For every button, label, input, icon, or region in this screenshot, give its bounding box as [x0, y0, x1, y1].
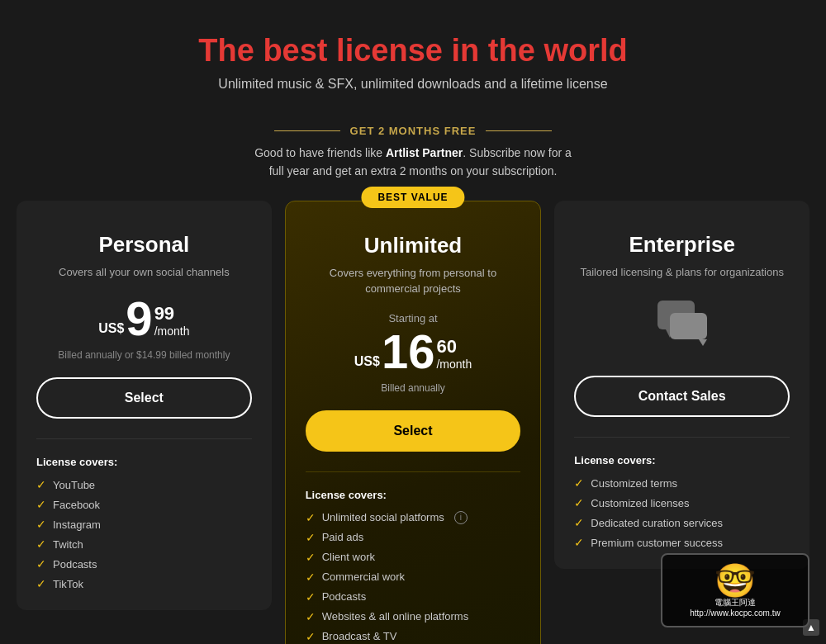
- check-icon: ✓: [306, 630, 316, 643]
- check-icon: ✓: [36, 577, 46, 590]
- card-personal: Personal Covers all your own social chan…: [17, 201, 272, 611]
- svg-marker-3: [699, 339, 707, 346]
- page-wrapper: The best license in the world Unlimited …: [0, 0, 826, 644]
- unlimited-price-main: 16: [382, 328, 435, 376]
- enterprise-contact-button[interactable]: Contact Sales: [574, 376, 790, 417]
- check-icon: ✓: [574, 496, 584, 509]
- enterprise-title: Enterprise: [574, 232, 790, 258]
- personal-description: Covers all your own social channels: [36, 264, 252, 281]
- list-item: ✓Customized terms: [574, 476, 790, 490]
- list-item: ✓Paid ads: [306, 531, 521, 544]
- list-item: ✓Instagram: [36, 518, 252, 531]
- personal-currency: US$: [98, 321, 124, 336]
- check-icon: ✓: [574, 536, 584, 549]
- personal-period: /month: [154, 324, 190, 338]
- unlimited-price-section: Starting at US$ 16 60 /month: [306, 312, 521, 376]
- unlimited-title: Unlimited: [306, 233, 521, 258]
- check-icon: ✓: [306, 610, 316, 623]
- list-item: ✓Websites & all online platforms: [306, 610, 521, 623]
- unlimited-select-button[interactable]: Select: [306, 410, 521, 452]
- check-icon: ✓: [306, 551, 316, 564]
- promo-badge: GET 2 MONTHS FREE: [350, 125, 477, 137]
- unlimited-license-label: License covers:: [306, 489, 521, 501]
- personal-title: Personal: [36, 232, 252, 258]
- unlimited-starting-at: Starting at: [306, 312, 521, 324]
- unlimited-description: Covers everything from personal to comme…: [306, 265, 521, 297]
- personal-price-section: US$ 9 99 /month: [36, 295, 252, 343]
- enterprise-license-label: License covers:: [574, 454, 790, 466]
- list-item: ✓Client work: [306, 551, 521, 564]
- personal-price-main: 9: [126, 295, 152, 343]
- list-item: ✓Premium customer success: [574, 536, 790, 549]
- promo-line-right: [486, 130, 552, 131]
- personal-cents: 99: [154, 303, 174, 324]
- list-item: ✓Customized licenses: [574, 496, 790, 509]
- header: The best license in the world Unlimited …: [198, 33, 627, 92]
- check-icon: ✓: [306, 531, 316, 544]
- promo-line-left: [274, 130, 340, 131]
- card-unlimited: BEST VALUE Unlimited Covers everything f…: [285, 201, 542, 644]
- list-item: ✓Twitch: [36, 537, 252, 551]
- check-icon: ✓: [574, 516, 584, 529]
- card-enterprise: Enterprise Tailored licensing & plans fo…: [554, 201, 809, 570]
- promo-banner: GET 2 MONTHS FREE: [274, 125, 553, 137]
- unlimited-cents-period: 60 /month: [436, 336, 472, 371]
- unlimited-billed-info: Billed annually: [306, 382, 521, 394]
- personal-divider: [36, 438, 252, 439]
- list-item: ✓Commercial work: [306, 571, 521, 584]
- main-title: The best license in the world: [198, 33, 627, 69]
- list-item: ✓Dedicated curation services: [574, 516, 790, 529]
- svg-rect-2: [670, 313, 707, 339]
- unlimited-currency: US$: [354, 354, 380, 369]
- check-icon: ✓: [36, 478, 46, 491]
- list-item: ✓TikTok: [36, 577, 252, 590]
- watermark-overlay: 🤓 電腦王阿達http://www.kocpc.com.tw: [661, 553, 809, 627]
- list-item: ✓Podcasts: [306, 590, 521, 604]
- check-icon: ✓: [36, 537, 46, 551]
- personal-cents-period: 99 /month: [154, 303, 190, 338]
- personal-license-list: ✓YouTube ✓Facebook ✓Instagram ✓Twitch ✓P…: [36, 478, 252, 590]
- subtitle: Unlimited music & SFX, unlimited downloa…: [198, 77, 627, 92]
- unlimited-cents: 60: [436, 336, 456, 358]
- list-item: ✓Unlimited social platformsi: [306, 511, 521, 524]
- list-item: ✓Broadcast & TV: [306, 630, 521, 643]
- best-value-badge: BEST VALUE: [361, 187, 464, 208]
- check-icon: ✓: [306, 590, 316, 604]
- watermark-emoji: 🤓: [714, 564, 756, 597]
- check-icon: ✓: [36, 518, 46, 531]
- personal-select-button[interactable]: Select: [36, 377, 252, 419]
- unlimited-divider: [306, 471, 521, 472]
- check-icon: ✓: [306, 511, 316, 524]
- enterprise-divider: [574, 437, 790, 438]
- list-item: ✓Facebook: [36, 498, 252, 511]
- check-icon: ✓: [36, 498, 46, 511]
- check-icon: ✓: [36, 557, 46, 571]
- list-item: ✓YouTube: [36, 478, 252, 491]
- chat-bubble-icon: [574, 296, 790, 356]
- unlimited-period: /month: [436, 358, 472, 371]
- enterprise-description: Tailored licensing & plans for organizat…: [574, 264, 790, 281]
- list-item: ✓Podcasts: [36, 557, 252, 571]
- watermark-text: 電腦王阿達http://www.kocpc.com.tw: [690, 597, 780, 618]
- enterprise-license-list: ✓Customized terms ✓Customized licenses ✓…: [574, 476, 790, 549]
- check-icon: ✓: [306, 571, 316, 584]
- promo-description: Good to have friends like Artlist Partne…: [248, 144, 578, 181]
- personal-license-label: License covers:: [36, 456, 252, 468]
- check-icon: ✓: [574, 476, 584, 490]
- personal-billed-info: Billed annually or $14.99 billed monthly: [36, 349, 252, 361]
- unlimited-license-list: ✓Unlimited social platformsi ✓Paid ads ✓…: [306, 511, 521, 643]
- info-icon[interactable]: i: [454, 511, 468, 524]
